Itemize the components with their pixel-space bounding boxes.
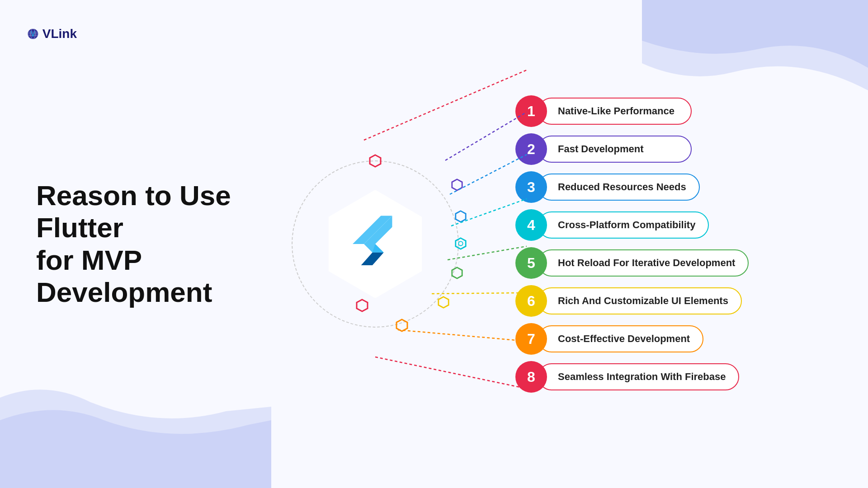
- svg-marker-8: [456, 211, 466, 222]
- svg-line-19: [364, 70, 527, 140]
- page-title: Reason to Use Flutter for MVP Developmen…: [36, 179, 262, 308]
- title-section: Reason to Use Flutter for MVP Developmen…: [36, 179, 262, 308]
- flutter-logo-svg: [341, 210, 409, 278]
- item-label-8: Seamless Integration With Firebase: [538, 363, 739, 391]
- item-row-2: 2 Fast Development: [506, 133, 845, 165]
- svg-marker-9: [456, 238, 466, 249]
- item-row-4: 4 Cross-Platform Compatibility: [506, 209, 845, 241]
- item-num-8: 8: [515, 361, 547, 393]
- orbit-dot-1: [368, 154, 382, 168]
- item-row-8: 8 Seamless Integration With Firebase: [506, 361, 845, 393]
- svg-marker-14: [357, 300, 368, 311]
- svg-marker-7: [452, 179, 462, 190]
- item-num-5: 5: [515, 247, 547, 279]
- orbit-dot-6: [437, 296, 450, 309]
- svg-marker-6: [370, 155, 381, 167]
- bg-wave-bottom-left: [0, 375, 271, 488]
- flutter-center: [280, 149, 470, 339]
- item-label-2: Fast Development: [538, 136, 692, 163]
- item-row-5: 5 Hot Reload For Iterative Development: [506, 247, 845, 279]
- item-num-1: 1: [515, 95, 547, 127]
- item-num-7: 7: [515, 323, 547, 355]
- vlink-text: VLink: [42, 27, 77, 41]
- items-container: 1 Native-Like Performance 2 Fast Develop…: [506, 95, 845, 393]
- orbit-dot-3: [454, 210, 467, 223]
- item-label-4: Cross-Platform Compatibility: [538, 211, 709, 239]
- bg-wave-top: [642, 0, 868, 90]
- item-row-6: 6 Rich And Customizable UI Elements: [506, 285, 845, 317]
- item-label-6: Rich And Customizable UI Elements: [538, 287, 742, 315]
- vlink-globe-icon: [27, 16, 39, 52]
- item-num-4: 4: [515, 209, 547, 241]
- vlink-logo: VLink: [27, 14, 77, 54]
- orbit-dot-5: [451, 267, 463, 279]
- svg-marker-17: [361, 253, 384, 265]
- item-row-3: 3 Reduced Resources Needs: [506, 171, 845, 203]
- item-label-1: Native-Like Performance: [538, 98, 692, 125]
- item-label-7: Cost-Effective Development: [538, 325, 703, 353]
- item-row-1: 1 Native-Like Performance: [506, 95, 845, 127]
- item-num-6: 6: [515, 285, 547, 317]
- orbit-dot-8: [355, 299, 369, 312]
- orbit-dot-2: [451, 178, 463, 191]
- svg-marker-13: [396, 319, 407, 331]
- item-label-5: Hot Reload For Iterative Development: [538, 249, 749, 277]
- orbit-dot-4: [454, 237, 467, 250]
- item-label-3: Reduced Resources Needs: [538, 174, 700, 201]
- svg-marker-11: [452, 267, 462, 278]
- svg-marker-12: [439, 297, 448, 308]
- item-row-7: 7 Cost-Effective Development: [506, 323, 845, 355]
- item-num-2: 2: [515, 133, 547, 165]
- svg-line-26: [375, 357, 527, 389]
- svg-point-10: [458, 241, 462, 245]
- orbit-dot-7: [395, 319, 409, 332]
- item-num-3: 3: [515, 171, 547, 203]
